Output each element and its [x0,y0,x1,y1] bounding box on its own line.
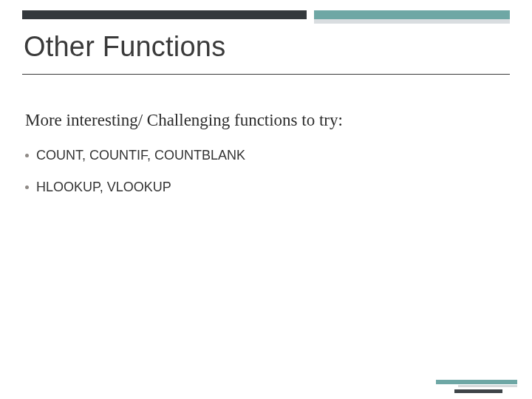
lead-text: More interesting/ Challenging functions … [25,111,502,130]
content-area: More interesting/ Challenging functions … [25,111,502,211]
accent-stripe-teal [436,380,517,384]
accent-stripe-dark [454,389,502,393]
top-bar [22,10,510,19]
list-item: HLOOKUP, VLOOKUP [25,180,502,195]
list-item: COUNT, COUNTIF, COUNTBLANK [25,148,502,163]
top-bar-teal [314,10,510,19]
slide: Other Functions More interesting/ Challe… [0,0,532,399]
bullet-icon [25,185,29,189]
title-divider [22,74,510,75]
accent-stripe-light [458,385,517,387]
bullet-icon [25,154,29,157]
top-bar-dark [22,10,307,19]
slide-title: Other Functions [24,31,225,63]
list-item-label: HLOOKUP, VLOOKUP [36,180,171,195]
list-item-label: COUNT, COUNTIF, COUNTBLANK [36,148,245,163]
